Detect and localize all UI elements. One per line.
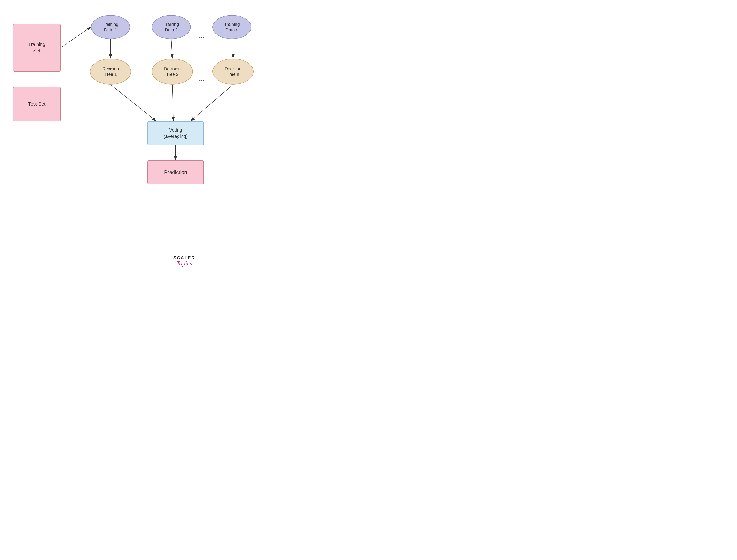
training-data-1-ellipse: Training Data 1 [91, 15, 130, 39]
svg-line-5 [111, 85, 156, 121]
training-data-dots: ... [195, 24, 208, 48]
topics-text: Topics [173, 260, 195, 267]
decision-tree-1-ellipse: Decision Tree 1 [90, 59, 131, 85]
decision-tree-n-ellipse: Decision Tree n [213, 59, 254, 85]
svg-line-1 [61, 27, 91, 48]
training-data-2-ellipse: Training Data 2 [152, 15, 191, 39]
scaler-text: SCALER [173, 255, 195, 260]
scaler-logo: SCALER Topics [173, 255, 195, 267]
training-set-box: Training Set [13, 24, 61, 72]
svg-line-3 [171, 39, 172, 58]
voting-box: Voting (averaging) [147, 121, 204, 145]
decision-tree-dots: ... [195, 66, 208, 92]
prediction-box: Prediction [147, 160, 204, 184]
test-set-box: Test Set [13, 87, 61, 121]
decision-tree-2-ellipse: Decision Tree 2 [152, 59, 193, 85]
diagram: Training Set Test Set Training Data 1 Tr… [0, 0, 368, 280]
training-data-n-ellipse: Training Data n [213, 15, 252, 39]
svg-line-6 [172, 85, 173, 121]
